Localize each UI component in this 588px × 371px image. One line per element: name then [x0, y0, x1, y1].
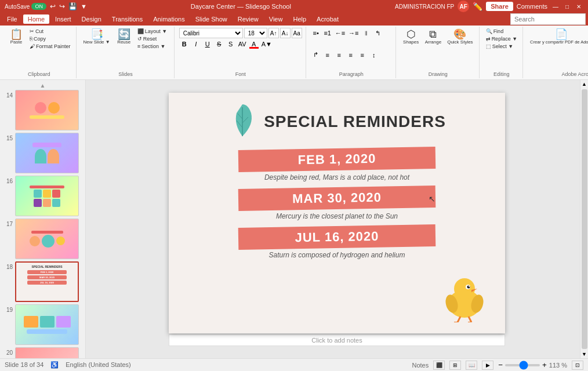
zoom-in-button[interactable]: + [542, 361, 547, 369]
undo-icon[interactable]: ↩ [50, 2, 56, 10]
format-painter-button[interactable]: 🖌 Format Painter [28, 43, 72, 50]
save-icon[interactable]: 💾 [68, 2, 77, 10]
comments-button[interactable]: Comments [517, 3, 547, 10]
align-justify-button[interactable]: ≡ [357, 50, 368, 60]
bold-button[interactable]: B [179, 39, 190, 49]
slide-img-18[interactable]: SPECIAL REMINDERS FEB 1, 2020 MAR 30, 20… [15, 261, 79, 302]
line-spacing-button[interactable]: ↕ [369, 50, 379, 60]
bullets-button[interactable]: ≡• [311, 28, 321, 38]
window-title: Daycare Center — Slidesgo School [87, 3, 395, 10]
numbering-button[interactable]: ≡1 [322, 28, 333, 38]
user-avatar[interactable]: AF [458, 1, 469, 12]
find-button[interactable]: 🔍 Find [484, 28, 519, 35]
shadow-button[interactable]: S [226, 39, 236, 49]
replace-button[interactable]: ⇄ Replace ▼ [484, 35, 519, 42]
reuse-button[interactable]: 🔄 Reuse [114, 28, 135, 46]
drawing-buttons: ⬡ Shapes ⧉ Arrange 🎨 Quick Styles [401, 28, 476, 70]
shapes-icon: ⬡ [406, 29, 416, 39]
font-color-button[interactable]: A [249, 39, 259, 49]
reset-button[interactable]: ↺ Reset [136, 35, 170, 42]
align-right-button[interactable]: ≡ [346, 50, 356, 60]
menu-home[interactable]: Home [23, 14, 49, 24]
menu-insert[interactable]: Insert [50, 14, 76, 24]
paste-button[interactable]: 📋 Paste [6, 28, 27, 46]
reminder-item-3: JUL 16, 2020 Saturn is composed of hydro… [186, 226, 488, 259]
view-normal-button[interactable]: ⬛ [433, 361, 445, 370]
new-slide-icon: 📑 [90, 29, 103, 39]
clipboard-col: ✂ Cut ⎘ Copy 🖌 Format Painter [28, 28, 72, 50]
zoom-out-button[interactable]: − [498, 361, 503, 369]
ltr-button[interactable]: ↱ [311, 50, 321, 60]
clear-format-button[interactable]: Aa [292, 28, 302, 38]
autosave-toggle[interactable]: ON [31, 3, 46, 10]
slide-info: Slide 18 of 34 [5, 361, 43, 369]
slide-num-18: 18 [2, 264, 13, 270]
quick-styles-button[interactable]: 🎨 Quick Styles [445, 28, 475, 46]
slides-col: ⬛ Layout ▼ ↺ Reset ≡ Section ▼ [136, 28, 170, 50]
slide-img-16[interactable] [15, 176, 79, 216]
menu-slideshow[interactable]: Slide Show [191, 14, 232, 24]
redo-icon[interactable]: ↪ [59, 2, 65, 10]
new-slide-button[interactable]: 📑 New Slide ▼ [81, 28, 112, 46]
minimize-button[interactable]: — [551, 2, 560, 11]
search-input[interactable] [510, 13, 586, 25]
view-slide-sorter-button[interactable]: ⊞ [449, 361, 461, 370]
close-button[interactable]: ✕ [574, 2, 583, 11]
fit-slide-button[interactable]: ⊡ [572, 361, 583, 370]
align-center-button[interactable]: ≡ [334, 50, 344, 60]
strikethrough-button[interactable]: S [214, 39, 224, 49]
highlight-button[interactable]: A▼ [260, 39, 273, 49]
zoom-slider[interactable] [505, 364, 540, 366]
reminder-date-bg-1: FEB 1, 2020 [238, 147, 436, 172]
columns-button[interactable]: ⫴ [361, 28, 372, 38]
font-size-select[interactable]: 18 [244, 28, 267, 38]
scroll-up-button[interactable]: ▲ [580, 80, 589, 88]
slide-img-20[interactable] [15, 347, 79, 358]
layout-button[interactable]: ⬛ Layout ▼ [136, 28, 170, 35]
menu-design[interactable]: Design [77, 14, 106, 24]
menu-file[interactable]: File [2, 14, 22, 24]
arrange-button[interactable]: ⧉ Arrange [423, 28, 444, 46]
maximize-button[interactable]: □ [562, 2, 572, 11]
font-name-select[interactable]: Calibri [179, 28, 243, 38]
indent-decrease-button[interactable]: ←≡ [334, 28, 346, 38]
pen-icon[interactable]: ✏️ [473, 2, 482, 11]
section-button[interactable]: ≡ Section ▼ [136, 43, 170, 50]
title-bar: AutoSave ON ↩ ↪ 💾 ▼ Daycare Center — Sli… [0, 0, 588, 13]
select-button[interactable]: ⬚ Select ▼ [484, 43, 519, 50]
menu-help[interactable]: Help [288, 14, 311, 24]
panel-scroll-up[interactable]: ▲ [2, 82, 83, 89]
reminder-item-1: FEB 1, 2020 Despite being red, Mars is a… [186, 148, 488, 181]
rtl-button[interactable]: ↰ [373, 28, 383, 38]
menu-view[interactable]: View [264, 14, 288, 24]
slide-img-17[interactable] [15, 219, 79, 259]
align-left-button[interactable]: ≡ [322, 50, 333, 60]
font-decrease-button[interactable]: A↓ [280, 28, 291, 38]
shapes-button[interactable]: ⬡ Shapes [401, 28, 422, 46]
slide-num-16: 16 [2, 178, 13, 184]
menu-acrobat[interactable]: Acrobat [312, 14, 343, 24]
ribbon: 📋 Paste ✂ Cut ⎘ Copy 🖌 Format Painter Cl… [0, 26, 588, 80]
scroll-down-button[interactable]: ▼ [580, 350, 589, 358]
menu-review[interactable]: Review [233, 14, 263, 24]
menu-transitions[interactable]: Transitions [107, 14, 147, 24]
more-tools-icon[interactable]: ▼ [81, 3, 87, 10]
slide-img-14[interactable] [15, 90, 79, 130]
slide-img-15[interactable] [15, 133, 79, 173]
char-spacing-button[interactable]: AV [237, 39, 248, 49]
copy-button[interactable]: ⎘ Copy [28, 35, 72, 42]
italic-button[interactable]: I [191, 39, 201, 49]
slide-img-19[interactable] [15, 304, 79, 345]
view-presentation-button[interactable]: ▶ [482, 361, 493, 370]
underline-button[interactable]: U [202, 39, 213, 49]
view-reading-button[interactable]: 📖 [466, 361, 477, 370]
menu-animations[interactable]: Animations [148, 14, 189, 24]
cut-button[interactable]: ✂ Cut [28, 28, 72, 35]
font-increase-button[interactable]: A↑ [268, 28, 279, 38]
scroll-thumb[interactable] [582, 89, 587, 349]
notes-area[interactable]: Click to add notes [169, 334, 505, 346]
notes-button[interactable]: Notes [412, 362, 429, 369]
create-pdf-button[interactable]: 📄 Crear y compartir PDF de Adobe [528, 28, 588, 46]
share-button[interactable]: Share [486, 2, 513, 11]
indent-increase-button[interactable]: →≡ [347, 28, 360, 38]
